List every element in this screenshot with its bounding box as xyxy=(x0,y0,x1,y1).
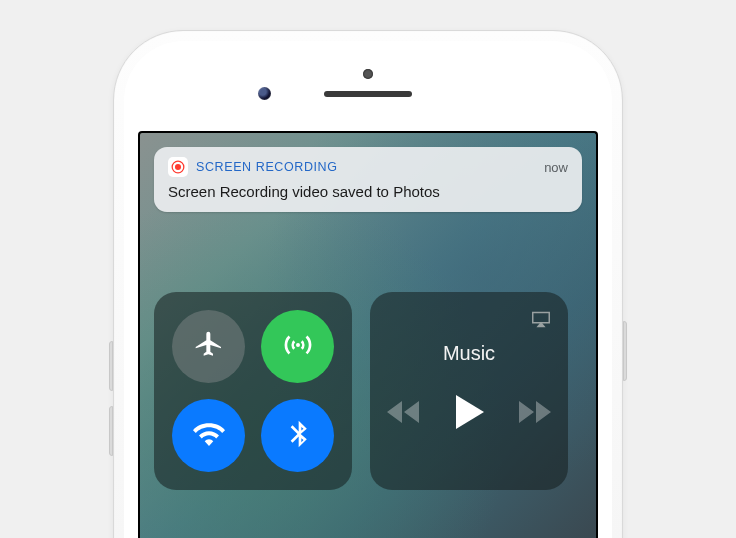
notification-timestamp: now xyxy=(544,160,568,175)
airplane-mode-toggle[interactable] xyxy=(172,310,245,383)
power-button xyxy=(623,321,627,381)
notification-app-name: SCREEN RECORDING xyxy=(196,160,338,174)
phone-frame: SCREEN RECORDING now Screen Recording vi… xyxy=(113,30,623,538)
connectivity-tile[interactable] xyxy=(154,292,352,490)
bluetooth-toggle[interactable] xyxy=(261,399,334,472)
phone-bezel: SCREEN RECORDING now Screen Recording vi… xyxy=(124,41,612,538)
earpiece-speaker xyxy=(324,91,412,97)
svg-point-1 xyxy=(175,164,181,170)
fast-forward-button[interactable] xyxy=(518,401,552,423)
bluetooth-icon xyxy=(282,418,314,454)
cellular-data-toggle[interactable] xyxy=(261,310,334,383)
front-camera xyxy=(258,87,271,100)
notification-banner[interactable]: SCREEN RECORDING now Screen Recording vi… xyxy=(154,147,582,212)
screen-recording-icon xyxy=(168,157,188,177)
airplay-icon[interactable] xyxy=(530,308,552,334)
airplane-icon xyxy=(193,329,225,365)
control-center-row: Music xyxy=(154,292,582,490)
cellular-icon xyxy=(282,329,314,365)
media-controls xyxy=(386,395,552,429)
volume-down-button xyxy=(109,406,113,456)
phone-screen: SCREEN RECORDING now Screen Recording vi… xyxy=(138,131,598,538)
play-button[interactable] xyxy=(454,395,484,429)
media-label: Music xyxy=(443,342,495,365)
notification-message: Screen Recording video saved to Photos xyxy=(168,183,568,200)
wifi-toggle[interactable] xyxy=(172,399,245,472)
media-tile[interactable]: Music xyxy=(370,292,568,490)
phone-hardware xyxy=(138,63,598,131)
notification-header: SCREEN RECORDING now xyxy=(168,157,568,177)
volume-up-button xyxy=(109,341,113,391)
wifi-icon xyxy=(193,418,225,454)
rewind-button[interactable] xyxy=(386,401,420,423)
proximity-sensor xyxy=(363,69,373,79)
